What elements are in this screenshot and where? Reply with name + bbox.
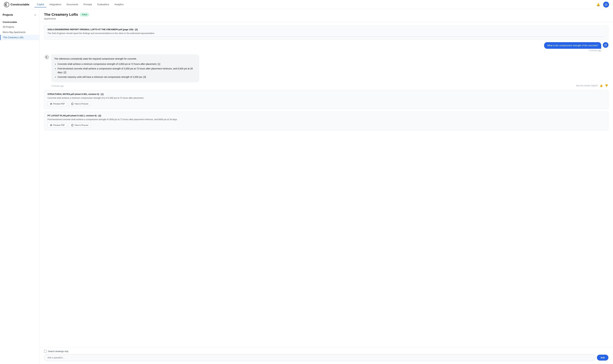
svg-point-6 — [51, 125, 51, 126]
project-status-badge: Active — [80, 13, 89, 16]
view-procore-label-1: View in Procore — [75, 103, 88, 105]
eye-icon — [50, 103, 52, 105]
ai-avatar — [44, 54, 50, 60]
nav-evaluations[interactable]: Evaluations — [95, 2, 111, 7]
main-layout: Projects « Constructable All Projects Mo… — [0, 9, 613, 364]
ai-message-time: 2 minutes ago — [51, 85, 64, 87]
ref-card-2-excerpt: Post-tensioned concrete shall achieve a … — [47, 118, 605, 121]
logo-area: Constructable — [4, 2, 29, 7]
constructable-logo-icon — [4, 2, 9, 7]
thumbs-up-button[interactable]: 👍 — [599, 84, 603, 88]
svg-point-0 — [4, 2, 9, 7]
project-title: The Creamery Lofts — [44, 13, 78, 17]
preview-pdf-button-1[interactable]: Preview PDF — [47, 102, 67, 106]
power-icon — [605, 3, 608, 6]
user-power-avatar-icon — [604, 43, 607, 46]
notifications-button[interactable]: 🔔 — [595, 2, 601, 8]
ai-message-content: The references consistently state the re… — [51, 54, 608, 88]
nav-prompts[interactable]: Prompts — [81, 2, 94, 7]
ai-bullet-2: Post-tensioned concrete shall achieve a … — [57, 67, 196, 74]
eye-icon-2 — [50, 124, 52, 126]
ref-card-structural-notes: STRUCTURAL NOTES.pdf (sheet S-001, revis… — [44, 90, 608, 109]
project-title-row: The Creamery Lofts Active — [44, 13, 608, 17]
procore-icon-2 — [71, 124, 74, 126]
ref-card-1-actions: Preview PDF View in Procore — [47, 102, 605, 106]
ai-intro: The references consistently state the re… — [54, 57, 196, 61]
nav-analytics[interactable]: Analytics — [112, 2, 126, 7]
sidebar-item-all-projects[interactable]: All Projects — [0, 24, 39, 29]
preview-pdf-button-2[interactable]: Preview PDF — [47, 123, 67, 128]
drawings-check-row: Search drawings only — [44, 350, 608, 352]
ref-card-2-actions: Preview PDF View in Procore — [47, 123, 605, 128]
sidebar-item-creamery-lofts[interactable]: The Creamery Lofts — [0, 35, 39, 40]
project-header: The Creamery Lofts Active Apartments — [40, 9, 613, 22]
nav-right: 🔔 — [595, 2, 609, 8]
user-message-row: What is the compressive strength of the … — [44, 42, 608, 52]
top-nav: Constructable Copilot Integrations Docum… — [0, 0, 613, 9]
ai-bubble: The references consistently state the re… — [51, 54, 199, 83]
user-message-content: What is the compressive strength of the … — [544, 42, 601, 52]
sidebar-section-constructable: Constructable — [0, 20, 39, 24]
sidebar-title: Projects — [3, 13, 13, 16]
helpful-row: Was this answer helpful? 👍 👎 — [576, 84, 608, 88]
svg-point-3 — [51, 104, 51, 104]
preview-pdf-label-2: Preview PDF — [53, 124, 65, 126]
ref-card-1-excerpt: Concrete shall achieve a minimum compres… — [47, 96, 605, 100]
chat-area: SOILS ENGINEERING REPORT ORIGINAL LOFTS … — [40, 22, 613, 347]
input-area: Search drawings only Ask — [40, 347, 613, 364]
ref-card-1-title: STRUCTURAL NOTES.pdf (sheet S-001, revis… — [47, 93, 605, 95]
nav-items: Copilot Integrations Documents Prompts E… — [35, 2, 595, 7]
sidebar-collapse-button[interactable]: « — [34, 13, 37, 17]
preview-pdf-label-1: Preview PDF — [53, 103, 65, 105]
sidebar-item-morro-bay[interactable]: Morro Bay Apartments — [0, 29, 39, 35]
view-procore-button-2[interactable]: View in Procore — [69, 123, 91, 128]
ref-card-2-title: PT LAYOUT PLAN.pdf (sheet S-102.1, revis… — [47, 114, 605, 117]
ai-footer: 2 minutes ago Was this answer helpful? 👍… — [51, 84, 608, 88]
source-card-excerpt: The Soils Engineer should report the fin… — [47, 32, 605, 35]
nav-integrations[interactable]: Integrations — [47, 2, 64, 7]
nav-copilot[interactable]: Copilot — [35, 2, 46, 7]
procore-icon-1 — [71, 103, 74, 105]
user-power-button[interactable] — [603, 2, 609, 8]
source-divider — [47, 37, 605, 37]
search-drawings-checkbox[interactable] — [44, 350, 47, 352]
ai-logo-icon — [45, 55, 48, 59]
ask-button[interactable]: Ask — [597, 355, 608, 361]
svg-point-5 — [50, 125, 52, 126]
source-card-title: SOILS ENGINEERING REPORT ORIGINAL LOFTS … — [47, 28, 605, 31]
svg-point-1 — [45, 56, 48, 59]
helpful-label: Was this answer helpful? — [576, 85, 598, 87]
user-message-time: 2 minutes ago — [544, 49, 601, 52]
ask-input[interactable] — [44, 354, 595, 361]
content-area: The Creamery Lofts Active Apartments SOI… — [40, 9, 613, 364]
source-card-soils: SOILS ENGINEERING REPORT ORIGINAL LOFTS … — [44, 26, 608, 39]
sidebar: Projects « Constructable All Projects Mo… — [0, 9, 40, 364]
view-procore-label-2: View in Procore — [75, 124, 88, 126]
user-bubble: What is the compressive strength of the … — [544, 42, 601, 49]
project-subtitle: Apartments — [44, 17, 608, 20]
ai-bullet-3: Concrete masonry units will have a minim… — [57, 75, 196, 79]
search-drawings-label[interactable]: Search drawings only — [48, 350, 68, 352]
app-name: Constructable — [11, 3, 29, 6]
thumbs-down-button[interactable]: 👎 — [604, 84, 608, 88]
ref-card-pt-layout: PT LAYOUT PLAN.pdf (sheet S-102.1, revis… — [44, 112, 608, 130]
nav-documents[interactable]: Documents — [64, 2, 81, 7]
ai-bullet-1: Concrete shall achieve a minimum compres… — [57, 62, 196, 66]
ask-input-row: Ask — [44, 354, 608, 361]
user-avatar — [603, 42, 608, 48]
sidebar-header: Projects « — [0, 13, 39, 20]
view-procore-button-1[interactable]: View in Procore — [69, 102, 91, 106]
ai-message-row: The references consistently state the re… — [44, 54, 608, 88]
svg-point-2 — [50, 103, 52, 104]
ai-bullets-list: Concrete shall achieve a minimum compres… — [54, 62, 196, 79]
